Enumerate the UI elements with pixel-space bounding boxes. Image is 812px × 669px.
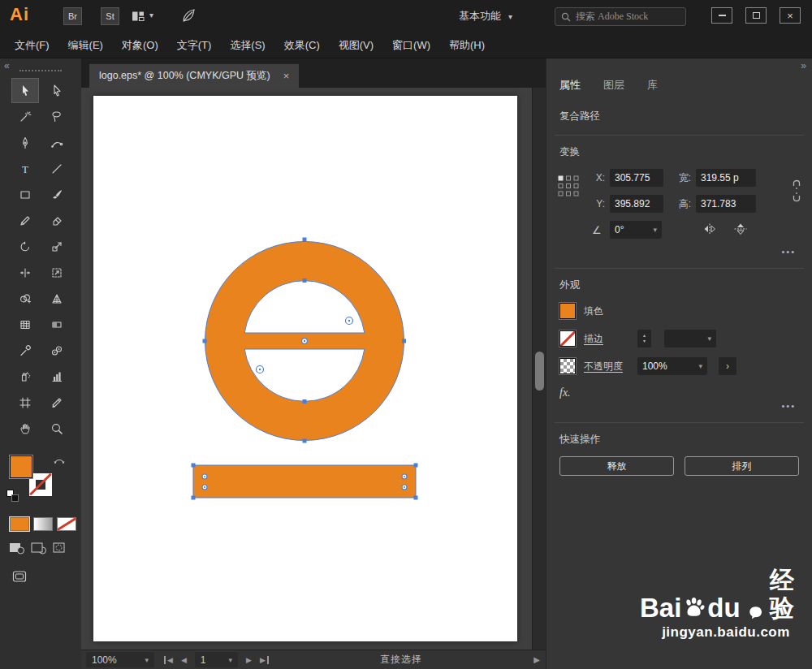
flip-vertical-icon[interactable] bbox=[733, 222, 748, 238]
stroke-label[interactable]: 描边 bbox=[584, 332, 629, 346]
stroke-weight-dropdown[interactable]: ▾ bbox=[664, 330, 716, 347]
gradient-tool[interactable] bbox=[43, 312, 71, 337]
menu-effect[interactable]: 效果(C) bbox=[284, 38, 320, 53]
draw-normal-icon[interactable] bbox=[9, 542, 25, 558]
default-fill-stroke-icon[interactable] bbox=[6, 490, 19, 502]
screen-mode-icon[interactable] bbox=[12, 570, 81, 586]
workspace-switcher[interactable]: 基本功能 ▾ bbox=[459, 0, 512, 32]
stock-button[interactable]: St bbox=[101, 7, 119, 25]
gradient-button[interactable] bbox=[33, 517, 53, 531]
x-input[interactable]: 305.775 bbox=[610, 169, 663, 187]
last-artboard-icon[interactable]: ▶ bbox=[260, 656, 269, 664]
bridge-button[interactable]: Br bbox=[63, 7, 82, 25]
scrollbar-thumb[interactable] bbox=[535, 352, 544, 391]
arrange-documents-icon[interactable] bbox=[132, 10, 145, 26]
collapse-toolbar-icon[interactable]: « bbox=[4, 60, 10, 71]
symbol-sprayer-tool[interactable] bbox=[11, 364, 39, 389]
artboard[interactable] bbox=[93, 96, 517, 641]
maximize-button[interactable] bbox=[745, 7, 767, 24]
tab-properties[interactable]: 属性 bbox=[559, 78, 581, 93]
menu-window[interactable]: 窗口(W) bbox=[392, 38, 430, 53]
opacity-label[interactable]: 不透明度 bbox=[584, 360, 629, 373]
menu-edit[interactable]: 编辑(E) bbox=[68, 38, 103, 53]
minimize-button[interactable] bbox=[711, 7, 732, 24]
tab-libraries[interactable]: 库 bbox=[647, 78, 658, 93]
line-segment-tool[interactable] bbox=[43, 156, 71, 181]
paintbrush-tool[interactable] bbox=[43, 182, 71, 207]
height-input[interactable]: 371.783 bbox=[696, 195, 756, 213]
arrange-documents-chevron-icon[interactable]: ▾ bbox=[149, 11, 153, 19]
y-input[interactable]: 395.892 bbox=[610, 195, 663, 213]
opacity-options-button[interactable]: › bbox=[719, 357, 736, 375]
menu-view[interactable]: 视图(V) bbox=[339, 38, 374, 53]
canvas-pasteboard[interactable] bbox=[81, 88, 532, 650]
pencil-tool[interactable] bbox=[11, 208, 39, 233]
tab-close-icon[interactable]: × bbox=[283, 70, 290, 82]
magic-wand-tool[interactable] bbox=[11, 104, 39, 129]
arrange-button[interactable]: 排列 bbox=[685, 456, 799, 476]
feather-icon[interactable] bbox=[180, 7, 197, 27]
draw-behind-icon[interactable] bbox=[31, 542, 47, 558]
stroke-color-swatch[interactable] bbox=[29, 473, 52, 496]
fill-swatch[interactable] bbox=[559, 303, 576, 319]
opacity-dropdown[interactable]: 100% ▾ bbox=[637, 357, 707, 375]
column-graph-tool[interactable] bbox=[43, 364, 71, 389]
first-artboard-icon[interactable]: ◀ bbox=[164, 656, 173, 664]
menu-select[interactable]: 选择(S) bbox=[230, 38, 265, 53]
swap-fill-stroke-icon[interactable] bbox=[54, 454, 65, 468]
collapse-panel-icon[interactable]: » bbox=[801, 60, 806, 71]
curvature-tool[interactable] bbox=[43, 130, 71, 155]
stepper-up-icon[interactable]: ▴ bbox=[643, 333, 646, 339]
shape-builder-tool[interactable] bbox=[11, 286, 39, 311]
menu-type[interactable]: 文字(T) bbox=[177, 38, 212, 53]
stroke-swatch[interactable] bbox=[559, 330, 576, 347]
none-button[interactable] bbox=[57, 517, 76, 531]
zoom-level-dropdown[interactable]: 100% ▾ bbox=[86, 652, 154, 667]
width-tool[interactable] bbox=[11, 260, 39, 285]
pen-tool[interactable] bbox=[11, 130, 39, 155]
rectangle-tool[interactable] bbox=[11, 182, 39, 207]
eraser-tool[interactable] bbox=[43, 208, 71, 233]
artboard-tool[interactable] bbox=[11, 390, 39, 415]
close-button[interactable]: × bbox=[780, 7, 801, 24]
next-artboard-icon[interactable]: ▶ bbox=[246, 656, 252, 664]
constrain-proportions-icon[interactable] bbox=[791, 179, 802, 205]
scale-tool[interactable] bbox=[43, 234, 71, 259]
zoom-tool[interactable] bbox=[43, 416, 71, 441]
free-transform-tool[interactable] bbox=[43, 260, 71, 285]
lasso-tool[interactable] bbox=[43, 104, 71, 129]
rotation-dropdown[interactable]: 0° ▾ bbox=[610, 221, 662, 239]
appearance-more-options[interactable]: ••• bbox=[559, 401, 799, 411]
toolbar-grip[interactable] bbox=[19, 70, 62, 71]
width-input[interactable]: 319.55 p bbox=[696, 169, 756, 187]
mesh-tool[interactable] bbox=[11, 312, 39, 337]
transform-more-options[interactable]: ••• bbox=[559, 247, 799, 257]
rotate-tool[interactable] bbox=[11, 234, 39, 259]
status-expand-icon[interactable]: ▶ bbox=[533, 655, 540, 664]
fill-color-swatch[interactable] bbox=[10, 455, 32, 478]
fx-button[interactable]: fx. bbox=[559, 386, 799, 399]
blend-tool[interactable] bbox=[43, 338, 71, 363]
color-button[interactable] bbox=[10, 517, 29, 531]
tab-layers[interactable]: 图层 bbox=[603, 78, 624, 93]
previous-artboard-icon[interactable]: ◀ bbox=[181, 656, 187, 664]
stepper-down-icon[interactable]: ▾ bbox=[643, 339, 646, 344]
eyedropper-tool[interactable] bbox=[11, 338, 39, 363]
stock-search-input[interactable]: 搜索 Adobe Stock bbox=[555, 7, 686, 26]
type-tool[interactable]: T bbox=[11, 156, 39, 181]
slice-tool[interactable] bbox=[43, 390, 71, 415]
menu-object[interactable]: 对象(O) bbox=[122, 38, 158, 53]
perspective-grid-tool[interactable] bbox=[43, 286, 71, 311]
stroke-weight-stepper[interactable]: ▴ ▾ bbox=[637, 330, 651, 347]
reference-point-locator[interactable] bbox=[558, 175, 579, 199]
draw-inside-icon[interactable] bbox=[53, 542, 69, 558]
direct-selection-tool[interactable] bbox=[43, 78, 71, 103]
artboard-number-dropdown[interactable]: 1 ▾ bbox=[195, 652, 238, 667]
menu-file[interactable]: 文件(F) bbox=[15, 38, 50, 53]
document-tab[interactable]: logo.eps* @ 100% (CMYK/GPU 预览) × bbox=[89, 64, 299, 88]
selection-tool[interactable] bbox=[11, 78, 39, 103]
menu-help[interactable]: 帮助(H) bbox=[449, 38, 485, 53]
vertical-scrollbar[interactable] bbox=[532, 88, 546, 650]
release-button[interactable]: 释放 bbox=[559, 456, 674, 476]
flip-horizontal-icon[interactable] bbox=[702, 222, 717, 238]
